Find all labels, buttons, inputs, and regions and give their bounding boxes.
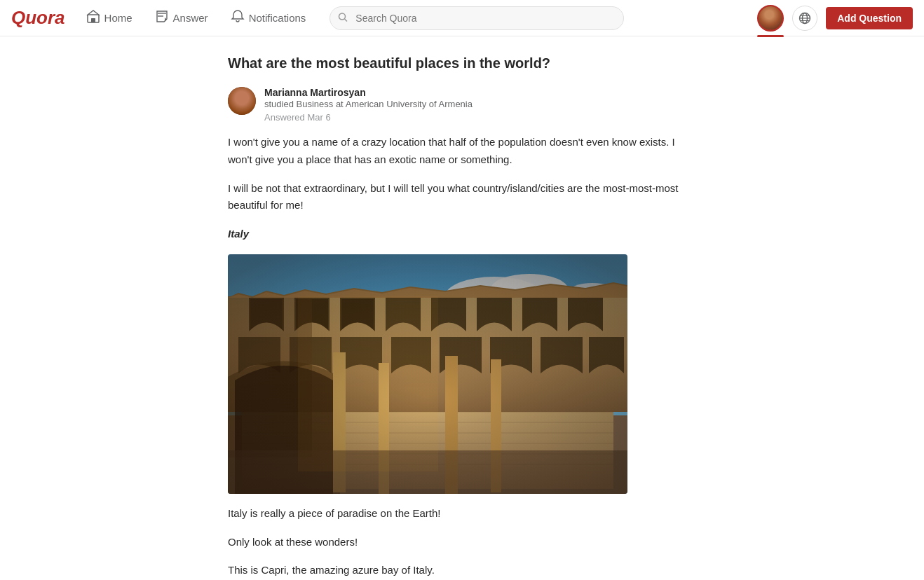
header-right: Add Question bbox=[757, 5, 913, 32]
answer-paragraph-1: I won't give you a name of a crazy locat… bbox=[228, 134, 696, 169]
svg-rect-37 bbox=[228, 254, 627, 494]
quora-logo[interactable]: Quora bbox=[11, 7, 65, 29]
answer-body: I won't give you a name of a crazy locat… bbox=[228, 134, 696, 579]
svg-line-5 bbox=[345, 19, 348, 22]
nav-answer[interactable]: Answer bbox=[145, 5, 218, 31]
add-question-button[interactable]: Add Question bbox=[826, 7, 913, 29]
answer-paragraph-5: This is Capri, the amazing azure bay of … bbox=[228, 562, 696, 579]
author-bio: studied Business at American University … bbox=[264, 98, 696, 111]
notification-bell-icon bbox=[231, 9, 245, 27]
main-content: What are the most beautiful places in th… bbox=[217, 36, 707, 580]
language-globe-button[interactable] bbox=[792, 6, 817, 31]
answer-icon bbox=[155, 9, 169, 27]
answer-date: Answered Mar 6 bbox=[264, 112, 696, 123]
answer-paragraph-3: Italy is really a piece of paradise on t… bbox=[228, 505, 696, 523]
answer-paragraph-2: I will be not that extraordinary, but I … bbox=[228, 180, 696, 215]
svg-rect-1 bbox=[91, 18, 95, 22]
search-input[interactable] bbox=[329, 6, 624, 30]
header: Quora Home Answer Notifications bbox=[0, 0, 924, 36]
svg-point-4 bbox=[339, 13, 346, 20]
main-nav: Home Answer Notifications bbox=[76, 5, 316, 31]
nav-notifications[interactable]: Notifications bbox=[221, 5, 316, 31]
question-title: What are the most beautiful places in th… bbox=[228, 53, 696, 73]
nav-home[interactable]: Home bbox=[76, 5, 142, 31]
search-bar bbox=[329, 6, 624, 30]
avatar[interactable] bbox=[757, 5, 784, 32]
nav-home-label: Home bbox=[104, 12, 133, 24]
nav-notifications-label: Notifications bbox=[249, 12, 306, 24]
author-avatar[interactable] bbox=[228, 87, 256, 115]
search-icon bbox=[338, 12, 348, 24]
answer-header: Marianna Martirosyan studied Business at… bbox=[228, 87, 696, 123]
author-name[interactable]: Marianna Martirosyan bbox=[264, 87, 696, 98]
italy-label: Italy bbox=[228, 226, 696, 243]
home-icon bbox=[86, 9, 100, 27]
answer-paragraph-4: Only look at these wonders! bbox=[228, 534, 696, 551]
author-info: Marianna Martirosyan studied Business at… bbox=[264, 87, 696, 123]
colosseum-image bbox=[228, 254, 627, 494]
nav-answer-label: Answer bbox=[173, 12, 208, 24]
